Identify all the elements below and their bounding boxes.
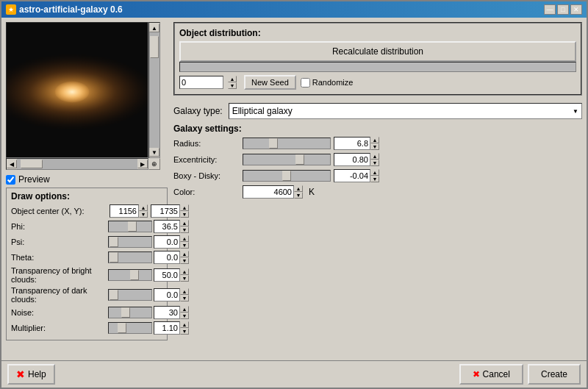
excentricity-arrows: ▲ ▼ bbox=[370, 153, 379, 166]
scroll-down-arrow[interactable]: ▼ bbox=[149, 148, 159, 157]
scroll-handle-h[interactable] bbox=[21, 160, 43, 168]
boxy-disky-row: Boxy - Disky: ▲ ▼ bbox=[173, 169, 582, 182]
psi-slider[interactable] bbox=[108, 236, 152, 248]
progress-bar bbox=[179, 62, 576, 72]
horizontal-scrollbar[interactable]: ◀ ▶ bbox=[6, 158, 148, 170]
new-seed-button[interactable]: New Seed bbox=[244, 75, 296, 90]
preview-checkbox-row: Preview bbox=[6, 174, 168, 185]
transparency-dark-handle[interactable] bbox=[110, 290, 118, 300]
dropdown-arrow-icon: ▼ bbox=[573, 108, 578, 115]
boxy-disky-arrows: ▲ ▼ bbox=[370, 169, 379, 182]
transparency-dark-slider[interactable] bbox=[108, 289, 152, 301]
object-center-row: Object center (X, Y): ▲ ▼ ▲ ▼ bbox=[11, 204, 162, 218]
right-panel: Object distribution: Recalculate distrib… bbox=[173, 22, 582, 356]
close-button[interactable]: ✕ bbox=[570, 4, 582, 15]
galaxy-type-row: Galaxy type: Elliptical galaxy ▼ bbox=[173, 103, 582, 119]
excentricity-up[interactable]: ▲ bbox=[370, 153, 379, 160]
theta-slider-handle[interactable] bbox=[110, 252, 118, 263]
scroll-left-arrow[interactable]: ◀ bbox=[7, 160, 17, 168]
boxy-disky-handle[interactable] bbox=[282, 171, 291, 181]
noise-slider-handle[interactable] bbox=[121, 307, 130, 318]
phi-slider-handle[interactable] bbox=[128, 221, 137, 232]
cancel-icon: ✖ bbox=[473, 369, 480, 379]
preview-row: ▲ ▼ bbox=[6, 22, 168, 158]
psi-label: Psi: bbox=[11, 238, 107, 246]
color-arrows: ▲ ▼ bbox=[294, 185, 303, 199]
scroll-up-arrow[interactable]: ▲ bbox=[149, 24, 159, 32]
recalculate-button[interactable]: Recalculate distribution bbox=[179, 41, 576, 62]
window-title: astro-artificial-galaxy 0.6 bbox=[19, 4, 123, 15]
radius-down[interactable]: ▼ bbox=[370, 143, 379, 150]
transparency-bright-label: Transparency of bright clouds: bbox=[11, 266, 107, 284]
main-window: ★ astro-artificial-galaxy 0.6 — □ ✕ ▲ bbox=[0, 0, 588, 389]
psi-slider-handle[interactable] bbox=[110, 237, 118, 247]
create-button[interactable]: Create bbox=[528, 364, 581, 385]
color-down[interactable]: ▼ bbox=[294, 192, 303, 199]
phi-slider[interactable] bbox=[108, 221, 152, 232]
galaxy-preview-canvas bbox=[7, 23, 148, 157]
randomize-checkbox[interactable] bbox=[301, 78, 310, 88]
object-center-x-up[interactable]: ▲ bbox=[139, 204, 148, 211]
object-center-x-input[interactable] bbox=[110, 204, 139, 218]
scroll-right-arrow[interactable]: ▶ bbox=[137, 160, 148, 168]
radius-row: Radius: ▲ ▼ bbox=[173, 137, 582, 150]
color-up[interactable]: ▲ bbox=[294, 185, 303, 192]
radius-label: Radius: bbox=[173, 139, 240, 148]
color-label: Color: bbox=[173, 188, 240, 196]
multiplier-row: Multiplier: ▲ ▼ bbox=[11, 321, 162, 335]
seed-down[interactable]: ▼ bbox=[228, 82, 237, 89]
multiplier-slider[interactable] bbox=[108, 322, 152, 334]
boxy-disky-slider[interactable] bbox=[243, 170, 331, 182]
color-unit: K bbox=[309, 187, 315, 197]
boxy-disky-down[interactable]: ▼ bbox=[370, 176, 379, 182]
radius-input[interactable] bbox=[334, 137, 370, 150]
left-panel: ▲ ▼ ◀ ▶ ⊕ bbox=[6, 22, 168, 356]
color-spin: ▲ ▼ bbox=[243, 185, 303, 199]
object-center-x-arrows: ▲ ▼ bbox=[139, 204, 148, 218]
title-buttons: — □ ✕ bbox=[544, 4, 582, 15]
excentricity-slider[interactable] bbox=[243, 154, 331, 165]
transparency-dark-row: Transparency of dark clouds: ▲ ▼ bbox=[11, 286, 162, 304]
galaxy-type-select[interactable]: Elliptical galaxy ▼ bbox=[229, 103, 582, 119]
theta-slider[interactable] bbox=[108, 251, 152, 263]
boxy-disky-up[interactable]: ▲ bbox=[370, 169, 379, 176]
excentricity-down[interactable]: ▼ bbox=[370, 160, 379, 166]
scroll-track-h bbox=[17, 159, 137, 169]
cancel-button[interactable]: ✖ Cancel bbox=[459, 364, 523, 385]
help-button[interactable]: ✖ Help bbox=[7, 364, 55, 385]
object-center-x-down[interactable]: ▼ bbox=[139, 211, 148, 218]
preview-label: Preview bbox=[18, 174, 50, 185]
boxy-disky-label: Boxy - Disky: bbox=[173, 171, 240, 180]
preview-checkbox[interactable] bbox=[6, 175, 15, 185]
title-bar: ★ astro-artificial-galaxy 0.6 — □ ✕ bbox=[1, 1, 587, 18]
main-content: ▲ ▼ ◀ ▶ ⊕ bbox=[1, 18, 587, 360]
color-row: Color: ▲ ▼ K bbox=[173, 185, 582, 199]
galaxy-settings-title: Galaxy settings: bbox=[173, 124, 582, 134]
radius-arrows: ▲ ▼ bbox=[370, 137, 379, 150]
seed-spinbox: ▲ ▼ bbox=[228, 76, 237, 89]
randomize-label: Randomize bbox=[301, 78, 354, 88]
radius-slider[interactable] bbox=[243, 138, 331, 149]
galaxy-type-value: Elliptical galaxy bbox=[232, 106, 293, 116]
minimize-button[interactable]: — bbox=[544, 4, 556, 15]
seed-up[interactable]: ▲ bbox=[228, 76, 237, 82]
color-input[interactable] bbox=[243, 185, 294, 199]
phi-label: Phi: bbox=[11, 222, 107, 231]
excentricity-input[interactable] bbox=[334, 153, 370, 166]
psi-row: Psi: ▲ ▼ bbox=[11, 235, 162, 249]
noise-slider[interactable] bbox=[108, 307, 152, 318]
scroll-handle-v[interactable] bbox=[150, 36, 159, 58]
multiplier-slider-handle[interactable] bbox=[118, 323, 126, 333]
radius-up[interactable]: ▲ bbox=[370, 137, 379, 143]
transparency-bright-handle[interactable] bbox=[130, 270, 139, 280]
maximize-button[interactable]: □ bbox=[557, 4, 569, 15]
transparency-bright-slider[interactable] bbox=[108, 269, 152, 281]
radius-slider-handle[interactable] bbox=[269, 138, 278, 149]
excentricity-slider-handle[interactable] bbox=[295, 154, 304, 165]
noise-label: Noise: bbox=[11, 308, 107, 317]
action-buttons: ✖ Cancel Create bbox=[459, 364, 581, 385]
seed-input[interactable] bbox=[179, 76, 223, 89]
boxy-disky-input[interactable] bbox=[334, 169, 370, 182]
object-center-label: Object center (X, Y): bbox=[11, 207, 107, 215]
vertical-scrollbar[interactable]: ▲ ▼ bbox=[148, 22, 160, 158]
